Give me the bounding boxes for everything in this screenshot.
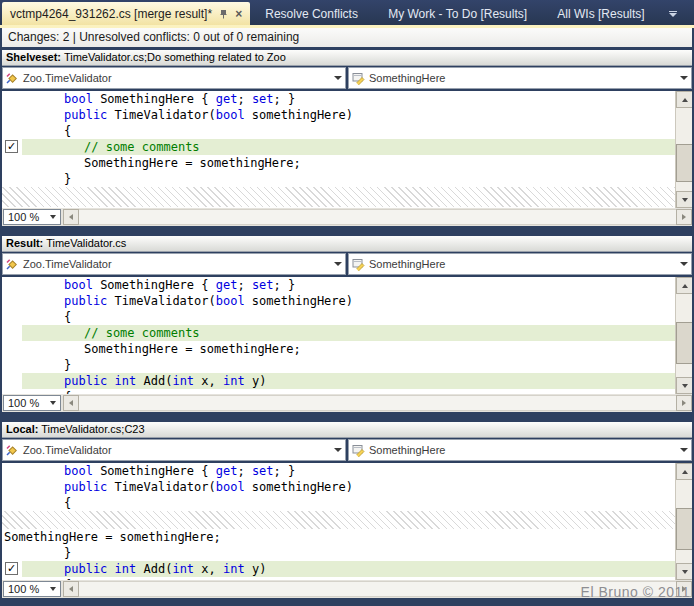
code-line: bool SomethingHere { get; set; } [2, 91, 675, 107]
pane-bottom-bar: 100 % [2, 208, 692, 226]
combo-value: Zoo.TimeValidator [23, 72, 112, 84]
code-token: somethingHere) [245, 480, 353, 494]
code-line: { [2, 123, 675, 139]
zoom-level-dropdown[interactable]: 100 % [3, 581, 61, 597]
chevron-down-icon [50, 587, 56, 591]
scroll-left-button[interactable] [63, 395, 79, 411]
zoom-level-dropdown[interactable]: 100 % [3, 395, 61, 411]
combo-dropdown-button[interactable] [330, 254, 345, 274]
code-line: } [2, 545, 675, 561]
triangle-down-icon [682, 570, 688, 574]
code-token: bool [64, 92, 93, 106]
tab-all-wis[interactable]: All WIs [Results] [551, 7, 650, 21]
class-icon [6, 258, 20, 271]
code-line: // some comments [2, 325, 675, 341]
vertical-scrollbar[interactable] [675, 277, 692, 394]
tab-resolve-conflicts[interactable]: Resolve Conflicts [259, 7, 364, 21]
scroll-up-button[interactable] [676, 277, 692, 294]
code-token: set [252, 278, 274, 292]
code-token: SomethingHere { [93, 278, 216, 292]
horizontal-scrollbar-track[interactable] [79, 209, 676, 225]
code-editor-local[interactable]: bool SomethingHere { get; set; }public T… [2, 463, 692, 580]
combo-dropdown-button[interactable] [676, 68, 691, 88]
code-line: bool SomethingHere { get; set; } [2, 277, 675, 293]
scroll-left-button[interactable] [63, 581, 79, 597]
chevron-down-icon [680, 76, 688, 80]
change-checkbox[interactable]: ✓ [5, 140, 18, 153]
code-token: int [223, 562, 245, 576]
scrollbar-thumb[interactable] [676, 322, 692, 364]
code-token: } [64, 546, 71, 560]
close-icon[interactable]: × [235, 9, 242, 19]
scroll-down-button[interactable] [676, 563, 692, 580]
zoom-level-value: 100 % [8, 397, 46, 409]
code-token: bool [216, 108, 245, 122]
change-checkbox[interactable]: ✓ [5, 562, 18, 575]
scroll-right-button[interactable] [676, 209, 692, 225]
scroll-down-button[interactable] [676, 377, 692, 394]
horizontal-scrollbar-track[interactable] [79, 395, 676, 411]
inactive-tabs: Resolve Conflicts My Work - To Do [Resul… [250, 2, 694, 25]
code-token: y) [245, 374, 267, 388]
code-token: set [252, 464, 274, 478]
code-token: // some comments [84, 140, 200, 154]
scroll-up-button[interactable] [676, 91, 692, 108]
code-token: bool [64, 278, 93, 292]
code-token: SomethingHere = somethingHere; [4, 530, 221, 544]
scroll-down-button[interactable] [676, 191, 692, 208]
combo-value: Zoo.TimeValidator [23, 444, 112, 456]
scroll-left-button[interactable] [63, 209, 79, 225]
pane-local: Local: TimeValidator.cs;C23Zoo.TimeValid… [2, 422, 692, 598]
pane-shelveset: Shelveset: TimeValidator.cs;Do something… [2, 50, 692, 226]
merge-tool-window: vctmp4264_931262.cs [merge result]* × Re… [0, 0, 694, 606]
combo-dropdown-button[interactable] [676, 254, 691, 274]
class-icon [6, 444, 20, 457]
code-token: get [216, 92, 238, 106]
code-line: public TimeValidator(bool somethingHere) [2, 479, 675, 495]
pin-icon[interactable] [219, 9, 228, 19]
code-token: y) [245, 562, 267, 576]
chevron-down-icon [669, 13, 677, 17]
vertical-scrollbar[interactable] [675, 91, 692, 208]
pane-title-label: Local: [6, 423, 38, 435]
tab-merge-result[interactable]: vctmp4264_931262.cs [merge result]* × [2, 2, 250, 25]
scroll-right-button[interactable] [676, 395, 692, 411]
combo-member-shelveset[interactable]: SomethingHere [348, 67, 692, 89]
code-token: bool [216, 480, 245, 494]
combo-type-result[interactable]: Zoo.TimeValidator [2, 253, 346, 275]
triangle-left-icon [69, 400, 73, 406]
zoom-level-dropdown[interactable]: 100 % [3, 209, 61, 225]
code-editor-shelveset[interactable]: bool SomethingHere { get; set; }public T… [2, 91, 692, 208]
code-token: TimeValidator( [107, 294, 215, 308]
symbol-nav-row: Zoo.TimeValidatorSomethingHere [2, 438, 692, 463]
tab-my-work-to-do[interactable]: My Work - To Do [Results] [382, 7, 533, 21]
code-lines: bool SomethingHere { get; set; }public T… [2, 91, 675, 207]
property-icon [352, 444, 366, 457]
code-token: SomethingHere = somethingHere; [84, 342, 301, 356]
code-token: { [64, 578, 71, 580]
code-token: public [64, 294, 107, 308]
combo-dropdown-button[interactable] [676, 440, 691, 460]
code-token: // some comments [84, 326, 200, 340]
conflict-status-bar: Changes: 2 | Unresolved conflicts: 0 out… [2, 28, 692, 47]
chevron-down-icon [50, 401, 56, 405]
triangle-up-icon [682, 284, 688, 288]
combo-type-shelveset[interactable]: Zoo.TimeValidator [2, 67, 346, 89]
vertical-scrollbar[interactable] [675, 463, 692, 580]
tab-label: vctmp4264_931262.cs [merge result]* [10, 7, 212, 21]
code-line: } [2, 357, 675, 373]
combo-member-local[interactable]: SomethingHere [348, 439, 692, 461]
scrollbar-thumb[interactable] [676, 508, 692, 550]
combo-dropdown-button[interactable] [330, 68, 345, 88]
code-editor-result[interactable]: bool SomethingHere { get; set; }public T… [2, 277, 692, 394]
combo-member-result[interactable]: SomethingHere [348, 253, 692, 275]
combo-type-local[interactable]: Zoo.TimeValidator [2, 439, 346, 461]
chevron-down-icon [50, 215, 56, 219]
tab-list-chevron-icon[interactable] [669, 11, 677, 17]
code-line: SomethingHere = somethingHere; [2, 529, 675, 545]
combo-dropdown-button[interactable] [330, 440, 345, 460]
scrollbar-thumb[interactable] [676, 144, 692, 182]
watermark: El Bruno © 2011 [581, 584, 690, 600]
code-token: } [64, 172, 71, 186]
scroll-up-button[interactable] [676, 463, 692, 480]
